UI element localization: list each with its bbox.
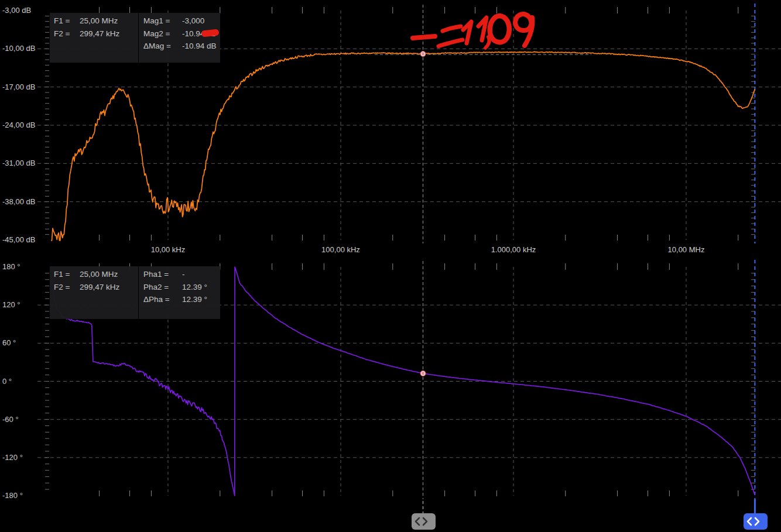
y-axis-tick-label: -17,00 dB [2,83,44,92]
chevrons-left-right-icon [412,513,431,530]
f1-value: 25,00 MHz [80,16,118,25]
y-axis-tick-label: -10,00 dB [2,44,44,53]
chevron-left-icon [416,518,419,525]
f2-value: 299,47 kHz [80,29,119,38]
f2-label: F2 = [54,29,75,38]
y-axis-tick-label: 0 ° [2,377,44,386]
mag1-label: Mag1 = [143,16,177,25]
y-axis-tick-label: -60 ° [2,415,44,424]
f2-cursor-handle-button[interactable] [412,513,436,530]
chevron-right-icon [755,518,759,525]
x-axis-tick-label: 100,00 kHz [306,245,376,254]
cursor-marker[interactable] [420,371,426,376]
chevron-left-icon [748,518,751,525]
y-axis-tick-label: -24,00 dB [2,121,44,130]
infobox-divider [138,266,139,319]
pha1-label: Pha1 = [143,270,177,279]
cursor-marker[interactable] [420,52,426,57]
x-axis-tick-label: 10,00 MHz [651,245,721,254]
y-axis-tick-label: 60 ° [2,338,44,348]
y-axis-tick-label: 180 ° [2,262,44,272]
dmag-value: -10.94 dB [182,42,217,50]
f2-value: 299,47 kHz [80,283,119,291]
x-axis-tick-label: 1.000,00 kHz [478,245,549,254]
f1-cursor-handle-button[interactable] [744,513,768,530]
y-axis-tick-label: 120 ° [2,300,44,310]
f1-label: F1 = [54,16,75,25]
f1-value: 25,00 MHz [80,270,118,279]
f2-label: F2 = [54,283,75,291]
y-axis-tick-label: -45,00 dB [2,235,44,245]
dpha-label: ΔPha = [143,295,177,304]
dpha-value: 12.39 ° [182,295,207,304]
phase-cursor-infobox: F1 =25,00 MHz F2 =299,47 kHz Pha1 =- Pha… [50,266,220,319]
pha2-value: 12.39 ° [182,283,207,291]
infobox-divider [138,13,139,63]
y-axis-tick-label: -120 ° [2,453,44,462]
f1-label: F1 = [54,270,75,279]
mag1-value: -3,000 [182,16,204,25]
x-axis-tick-label: 10,00 kHz [133,245,203,254]
y-axis-tick-label: -180 ° [2,491,44,500]
chevron-right-icon [423,518,427,525]
y-axis-tick-label: -3,00 dB [2,6,44,15]
fra-app-window: -3,00 dB-10,00 dB-17,00 dB-24,00 dB-31,0… [0,0,781,532]
y-axis-tick-label: -38,00 dB [2,197,44,207]
mag2-label: Mag2 = [143,29,177,38]
dmag-label: ΔMag = [143,42,177,50]
pha1-value: - [182,270,185,279]
chevrons-left-right-icon [744,513,763,530]
y-axis-tick-label: -31,00 dB [2,159,44,168]
pha2-label: Pha2 = [143,283,177,291]
magnitude-cursor-infobox: F1 =25,00 MHz F2 =299,47 kHz Mag1 =-3,00… [50,13,220,63]
